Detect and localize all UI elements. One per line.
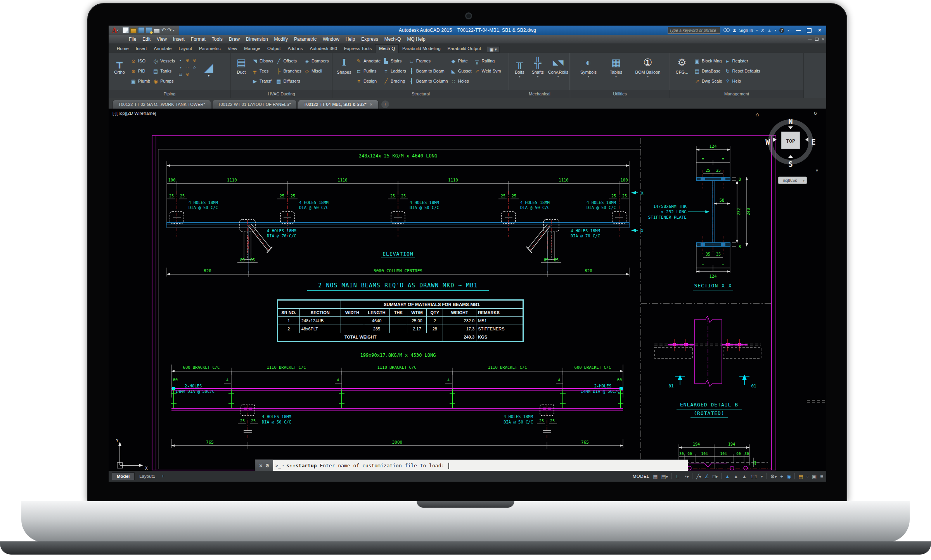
search-icon[interactable] — [723, 28, 730, 33]
tab-addins[interactable]: Add-ins — [284, 45, 306, 53]
ortho-button[interactable]: ┳ Ortho — [111, 54, 128, 74]
scale-dropdown-icon[interactable]: ▾ — [761, 474, 763, 479]
dynamic-input-icon[interactable]: □▾ — [713, 474, 718, 479]
layout1-tab[interactable]: Layout1 — [135, 473, 160, 480]
doc-restore-icon[interactable] — [815, 38, 819, 41]
viewcube-menu-chevron[interactable]: ▼ — [816, 168, 818, 173]
grid-icon[interactable]: ▦ — [653, 474, 658, 479]
offsets-button[interactable]: ╱Offsets — [275, 57, 301, 65]
tab-annotate[interactable]: Annotate — [150, 45, 175, 53]
transf-button[interactable]: ▶Transf — [252, 77, 273, 85]
undo-icon[interactable]: ↶ — [161, 28, 166, 33]
dwg-scale-button[interactable]: ↗Dwg Scale — [694, 77, 722, 85]
menu-help[interactable]: Help — [343, 36, 358, 42]
object-snap-icon[interactable]: ∠ — [704, 474, 709, 479]
pipe-draw-button[interactable]: ◢ ▾ — [200, 57, 218, 81]
autocad-logo-button[interactable]: A▾ — [109, 26, 121, 35]
tab-insert[interactable]: Insert — [132, 45, 151, 53]
tables-button[interactable]: ▦ Tables ▾ — [606, 54, 626, 78]
app-manager-icon[interactable]: ▲ — [767, 28, 772, 33]
miscll-button[interactable]: ◇Miscll — [304, 67, 329, 75]
dampers-button[interactable]: ◈Dampers — [304, 57, 329, 65]
restore-button[interactable] — [807, 28, 812, 33]
redo-icon[interactable]: ↷ — [167, 28, 171, 33]
viewcube-west[interactable]: W — [765, 138, 770, 146]
menu-modify[interactable]: Modify — [271, 36, 291, 42]
viewcube[interactable]: ⌂ ↻ TOP N W E S ▼ — [756, 110, 818, 184]
piping-symbol-grid[interactable]: ▪⊕⊙ ◑○◇ ▤⊘ — [177, 54, 197, 78]
app-manager-dropdown-icon[interactable]: ▾ — [775, 29, 776, 32]
gusset-button[interactable]: ◣Gusset — [450, 67, 472, 75]
duct-button[interactable]: ▤ Duct — [233, 54, 249, 74]
reset-defaults-button[interactable]: ↻Reset Defaults — [725, 67, 760, 75]
menu-insert[interactable]: Insert — [170, 36, 188, 42]
tab-parabuild-output[interactable]: Parabuild Output — [444, 45, 485, 53]
tab-mechq[interactable]: Mech-Q — [375, 44, 399, 53]
hamburger-menu-icon[interactable]: ≡ — [820, 474, 823, 479]
command-wrench-icon[interactable]: ⚙ — [265, 463, 270, 468]
help-icon[interactable]: ? — [779, 28, 784, 33]
annotation-visibility-icon[interactable]: ▲ — [725, 474, 730, 479]
pid-button[interactable]: ⊕PID — [130, 67, 150, 75]
tab-autodesk360[interactable]: Autodesk 360 — [306, 45, 340, 53]
tab-close-icon[interactable]: ✕ — [369, 102, 372, 107]
sign-in-button[interactable]: Sign In — [739, 28, 753, 33]
doc-tab-3-active[interactable]: T00122-TT-04-MB1, SB1 & SB2*✕ — [298, 100, 379, 109]
doc-close-icon[interactable]: ✕ — [822, 37, 825, 41]
design-button[interactable]: ≡Design — [356, 77, 381, 85]
doc-minimize-icon[interactable]: — — [808, 37, 812, 41]
command-line[interactable]: ✕ ⚙ >_▾ s::startup Enter name of customi… — [255, 460, 688, 471]
save-icon[interactable] — [138, 27, 144, 33]
drawing-canvas[interactable]: [-][Top][2D Wireframe] — [109, 109, 826, 471]
beam-to-column-button[interactable]: ┨Beam to Column — [408, 77, 448, 85]
tab-output[interactable]: Output — [264, 45, 284, 53]
viewcube-south[interactable]: S — [788, 160, 793, 168]
tray-plot-icon[interactable]: ▤ — [798, 474, 803, 479]
qat-dropdown-icon[interactable]: ▾ — [173, 29, 175, 32]
railing-button[interactable]: ╦Railing — [474, 57, 501, 65]
diffusers-button[interactable]: ▦Diffusers — [275, 77, 301, 85]
save-as-icon[interactable] — [146, 27, 152, 33]
menu-parametric[interactable]: Parametric — [291, 36, 320, 42]
beam-to-beam-button[interactable]: ╂Beam to Beam — [408, 67, 448, 75]
minimize-button[interactable]: — — [796, 28, 801, 33]
menu-dimension[interactable]: Dimension — [243, 36, 271, 42]
polar-tracking-icon[interactable]: ◔▾ — [684, 474, 689, 479]
viewcube-north[interactable]: N — [788, 117, 793, 126]
frames-button[interactable]: □Frames — [408, 57, 448, 65]
bolts-button[interactable]: ╥ Bolts ▾ — [512, 54, 528, 78]
elbows-button[interactable]: ◥Elbows — [252, 57, 273, 65]
viewcube-east[interactable]: E — [811, 138, 815, 146]
menu-file[interactable]: File — [126, 36, 139, 42]
scale-value[interactable]: 1:1 — [750, 474, 757, 479]
tab-manage[interactable]: Manage — [241, 45, 264, 53]
tab-home[interactable]: Home — [113, 45, 132, 53]
ribbon-display-toggle[interactable]: ▣ ▾ — [487, 46, 500, 53]
menu-edit[interactable]: Edit — [139, 36, 154, 42]
close-button[interactable]: ✕ — [818, 28, 822, 33]
annotation-scale-icon[interactable]: ▲ — [742, 474, 747, 479]
menu-mechq[interactable]: Mech-Q — [381, 36, 404, 42]
plate-button[interactable]: ◆Plate — [450, 57, 472, 65]
register-button[interactable]: ▸Register — [725, 57, 760, 65]
tees-button[interactable]: ┳Tees — [252, 67, 273, 75]
customize-plus-icon[interactable]: + — [780, 474, 783, 479]
database-button[interactable]: ▤DataBase — [694, 67, 722, 75]
help-button[interactable]: ?Help — [725, 77, 760, 85]
conv-rolls-button[interactable]: ◣◥ Conv.Rolls ▾ — [548, 54, 568, 78]
new-drawing-tab-button[interactable]: + — [381, 100, 389, 108]
tanks-button[interactable]: ▤Tanks — [152, 67, 175, 75]
iso-button[interactable]: ⊘ISO — [130, 57, 150, 65]
cfg-button[interactable]: ⚙ CFG... — [672, 54, 692, 74]
command-input[interactable]: s::startup Enter name of customization f… — [286, 460, 449, 471]
new-file-icon[interactable] — [123, 27, 129, 33]
new-layout-button[interactable]: + — [161, 474, 164, 479]
annotate-button[interactable]: ✎Annotate — [356, 57, 381, 65]
menu-format[interactable]: Format — [188, 36, 209, 42]
model-tab[interactable]: Model — [112, 472, 135, 480]
menu-view[interactable]: View — [154, 36, 170, 42]
exchange-apps-icon[interactable]: X — [761, 28, 764, 33]
tab-express-tools[interactable]: Express Tools — [341, 45, 375, 53]
ortho-icon[interactable]: ∟ — [675, 474, 680, 479]
autoscale-icon[interactable]: ▲ — [734, 474, 739, 479]
